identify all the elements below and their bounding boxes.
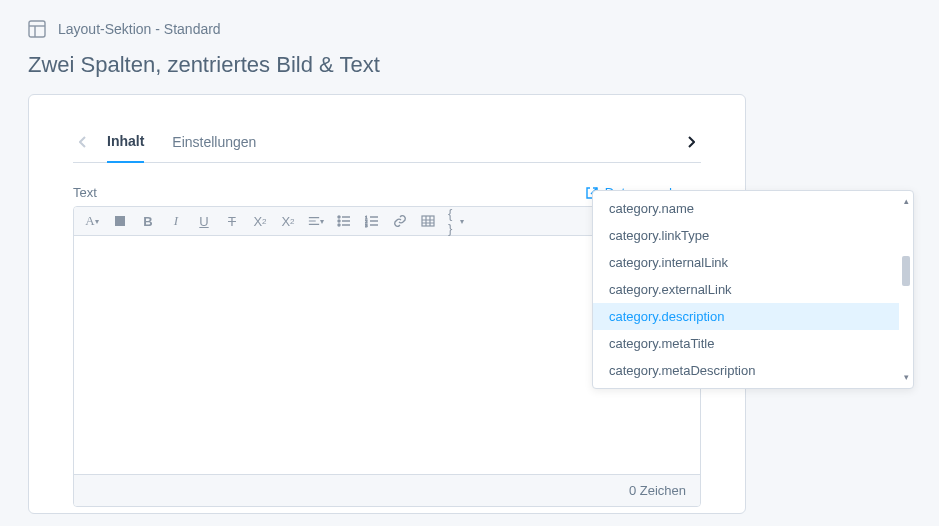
data-mapping-dropdown: category.namecategory.linkTypecategory.i… xyxy=(592,190,914,389)
tab-scroll-right[interactable] xyxy=(681,122,701,162)
svg-point-11 xyxy=(338,224,340,226)
dropdown-item[interactable]: category.externalLink xyxy=(593,276,899,303)
layout-icon xyxy=(28,20,46,38)
link-button[interactable] xyxy=(392,213,408,229)
underline-button[interactable]: U xyxy=(196,213,212,229)
tab-scroll-left[interactable] xyxy=(73,122,93,162)
dropdown-list: category.namecategory.linkTypecategory.i… xyxy=(593,195,899,384)
strikethrough-button[interactable]: T xyxy=(224,213,240,229)
code-block-button[interactable]: { }▾ xyxy=(448,213,464,229)
editor-footer: 0 Zeichen xyxy=(74,474,700,506)
char-count: 0 Zeichen xyxy=(629,483,686,498)
section-label: Layout-Sektion - Standard xyxy=(58,21,221,37)
svg-rect-0 xyxy=(29,21,45,37)
tab-settings[interactable]: Einstellungen xyxy=(172,122,256,162)
dropdown-item[interactable]: category.internalLink xyxy=(593,249,899,276)
scroll-track[interactable] xyxy=(901,208,911,371)
svg-rect-3 xyxy=(115,216,125,226)
font-family-button[interactable]: A▾ xyxy=(84,213,100,229)
svg-point-7 xyxy=(338,216,340,218)
unordered-list-button[interactable] xyxy=(336,213,352,229)
dropdown-item[interactable]: category.linkType xyxy=(593,222,899,249)
bold-button[interactable]: B xyxy=(140,213,156,229)
fullscreen-button[interactable] xyxy=(112,213,128,229)
dropdown-item[interactable]: category.metaTitle xyxy=(593,330,899,357)
dropdown-item[interactable]: category.metaDescription xyxy=(593,357,899,384)
subscript-button[interactable]: X2 xyxy=(280,213,296,229)
dropdown-item[interactable]: category.description xyxy=(593,303,899,330)
field-label: Text xyxy=(73,185,97,200)
table-button[interactable] xyxy=(420,213,436,229)
dropdown-item[interactable]: category.name xyxy=(593,195,899,222)
align-button[interactable]: ▾ xyxy=(308,213,324,229)
tab-content[interactable]: Inhalt xyxy=(107,121,144,163)
scroll-thumb[interactable] xyxy=(902,256,910,286)
svg-rect-19 xyxy=(422,216,434,226)
ordered-list-button[interactable]: 123 xyxy=(364,213,380,229)
scroll-up-arrow-icon[interactable]: ▴ xyxy=(904,197,909,206)
svg-point-9 xyxy=(338,220,340,222)
scroll-down-arrow-icon[interactable]: ▾ xyxy=(904,373,909,382)
svg-text:3: 3 xyxy=(365,223,368,228)
tab-row: Inhalt Einstellungen xyxy=(73,121,701,163)
italic-button[interactable]: I xyxy=(168,213,184,229)
superscript-button[interactable]: X2 xyxy=(252,213,268,229)
block-title: Zwei Spalten, zentriertes Bild & Text xyxy=(28,52,911,78)
section-header: Layout-Sektion - Standard xyxy=(28,20,911,38)
dropdown-scrollbar[interactable]: ▴ ▾ xyxy=(899,195,913,384)
